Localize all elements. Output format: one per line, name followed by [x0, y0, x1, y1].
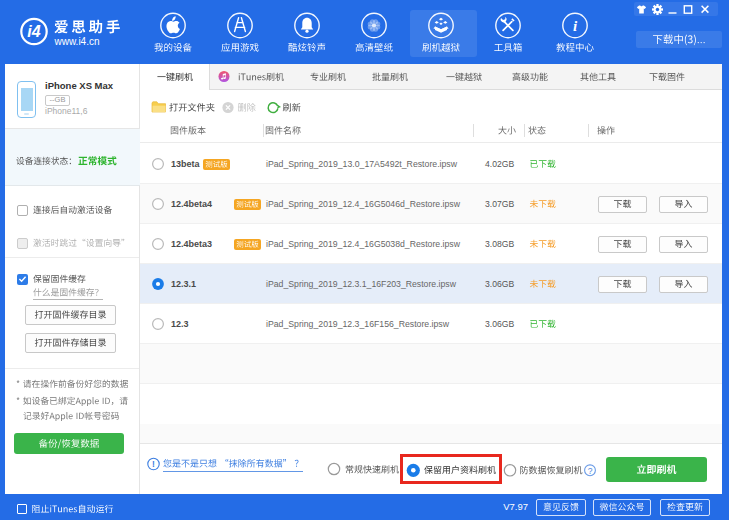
svg-text:!: !: [152, 459, 155, 469]
svg-text:?: ?: [588, 466, 593, 476]
